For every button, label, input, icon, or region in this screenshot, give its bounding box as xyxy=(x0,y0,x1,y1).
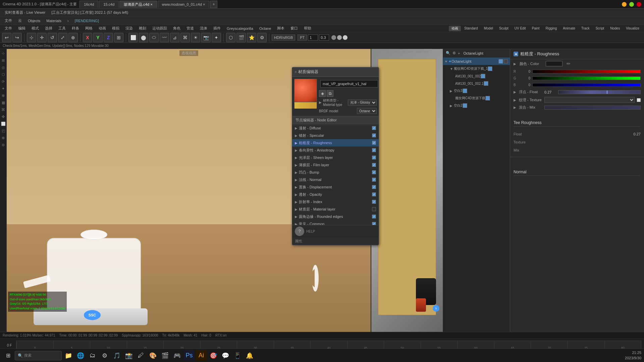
tab-modown[interactable]: www.modown_0_01.c4d × xyxy=(158,1,210,8)
scale-tool[interactable]: ⤢ xyxy=(58,33,67,42)
tab-nodes[interactable]: Nodes xyxy=(607,26,623,31)
channel-material-layer[interactable]: ▶ 材质层 - Material layer xyxy=(292,205,379,213)
vert-icon-8[interactable]: ▦ xyxy=(0,100,6,106)
vert-icon-11[interactable]: ⬜ xyxy=(0,121,6,127)
outline-item-am1[interactable]: AM130_001_002 xyxy=(443,72,510,80)
primitive-cylinder[interactable]: ⬭ xyxy=(149,33,159,42)
vert-icon-5[interactable]: ⟳ xyxy=(0,78,6,84)
menu-tools[interactable]: 工具 xyxy=(56,25,68,32)
taskbar-media[interactable]: 🎬 xyxy=(160,350,170,361)
view-mode[interactable]: ⬡ xyxy=(226,33,235,42)
undo-button[interactable]: ↩ xyxy=(2,33,11,42)
move-tool[interactable]: ✛ xyxy=(37,33,47,42)
menu-sim[interactable]: 模拟 xyxy=(109,25,122,32)
channel-specular-check[interactable]: ✓ xyxy=(372,133,376,137)
menu-char[interactable]: 角色 xyxy=(170,25,183,32)
float-slider[interactable] xyxy=(558,90,641,94)
nurbs-tool[interactable]: ⊿ xyxy=(170,33,179,42)
channel-diffuse[interactable]: ▶ 漫射 - Diffuse ✓ xyxy=(292,124,379,132)
channel-bump-check[interactable]: ✓ xyxy=(372,170,376,174)
menu-mesh[interactable]: 网格 xyxy=(83,25,95,32)
menu-octane[interactable]: Octane xyxy=(257,26,274,31)
menu-create[interactable]: 文件 xyxy=(2,25,15,32)
taskbar-extra1[interactable]: 🎯 xyxy=(208,350,219,361)
channel-matlayer-check[interactable] xyxy=(372,207,376,211)
render-settings[interactable]: ⚙ xyxy=(257,33,267,42)
close-button[interactable] xyxy=(637,2,641,7)
channel-opacity-check[interactable]: ✓ xyxy=(372,192,376,196)
vert-icon-2[interactable]: ⊞ xyxy=(0,57,6,63)
menu-motion[interactable]: 运动跟踪 xyxy=(150,25,170,32)
axis-z[interactable]: Z xyxy=(104,33,113,42)
tab-track[interactable]: Track xyxy=(579,26,592,31)
channel-diffuse-check[interactable]: ✓ xyxy=(372,126,376,130)
channel-normal-check[interactable]: ✓ xyxy=(372,178,376,182)
node-editor-button[interactable]: 节点编辑器 - Node Editor xyxy=(292,116,379,124)
channel-anisotropy[interactable]: ▶ 各向异性 - Anisotropy ✓ xyxy=(292,146,379,154)
mat-copy-btn[interactable]: ⧉ xyxy=(327,90,333,97)
transform-tool[interactable]: ⊕ xyxy=(68,33,78,42)
taskbar-explorer[interactable]: 📁 xyxy=(63,350,74,361)
tab-glass-tea[interactable]: 玻璃茶产品.c4d × xyxy=(119,1,157,8)
tab-add-button[interactable]: + xyxy=(210,1,217,8)
menu-materials[interactable]: Materials xyxy=(44,18,64,23)
taskbar-extra4[interactable]: 🔔 xyxy=(244,350,255,361)
menu-render[interactable]: 渲染 xyxy=(123,25,136,32)
taskbar-files[interactable]: 🗂 xyxy=(87,350,98,361)
outline-vis-magic1[interactable] xyxy=(488,66,492,71)
channel-roughness[interactable]: ▶ 粗糙度 - Roughness ✓ xyxy=(292,139,379,146)
r-slider[interactable] xyxy=(532,70,641,73)
menu-fluid[interactable]: 流体 xyxy=(197,25,210,32)
taskbar-extra3[interactable]: 📱 xyxy=(232,350,243,361)
menu-sculpt[interactable]: 雕刻 xyxy=(136,25,149,32)
channel-anisotropy-check[interactable]: ✓ xyxy=(372,148,376,152)
channel-rounded-check[interactable]: ✓ xyxy=(372,215,376,219)
outline-lock-octane[interactable] xyxy=(504,59,508,63)
maximize-button[interactable] xyxy=(629,2,634,7)
tab-15c4d[interactable]: 15.c4d xyxy=(99,1,119,8)
start-button[interactable]: ⊞ xyxy=(3,350,13,361)
tab-animate2[interactable]: Animate xyxy=(560,26,578,31)
taskbar-settings[interactable]: ⚙ xyxy=(99,350,110,361)
float-expand-arrow[interactable]: ▶ xyxy=(514,90,516,94)
menu-mode[interactable]: 模式 xyxy=(29,25,42,32)
vert-icon-9[interactable]: ⌘ xyxy=(0,107,6,113)
tab-script[interactable]: Script xyxy=(593,26,607,31)
texture-icon[interactable]: ⬜ xyxy=(637,98,641,102)
outline-item-octane[interactable]: ▼ ✦ OctaneLight xyxy=(443,58,510,65)
color-picker-icon[interactable]: ✏ xyxy=(567,61,571,66)
outline-item-am2[interactable]: AM130_001_002.1 xyxy=(443,80,510,87)
render-full[interactable]: ⭐ xyxy=(247,33,256,42)
channel-opacity[interactable]: ▶ 透射 - Opacity ✓ xyxy=(292,191,379,198)
camera-type-dropdown[interactable]: PT xyxy=(298,35,307,41)
channel-sheen-check[interactable]: ✓ xyxy=(372,156,376,160)
tab-visualize[interactable]: Visualize xyxy=(623,26,642,31)
gamma-value[interactable]: 0.3 xyxy=(319,35,329,41)
menu-edit[interactable]: [工台工作室汉化] [工作室] 2022.1 (57 days left) xyxy=(49,9,131,16)
taskbar-extra2[interactable]: 💬 xyxy=(220,350,231,361)
channel-common[interactable]: ▶ 常见 - Common ✓ xyxy=(292,220,379,225)
color-preview-swatch[interactable] xyxy=(546,61,562,66)
spline-tool[interactable]: 〰 xyxy=(160,33,169,42)
taskbar-game[interactable]: 🎮 xyxy=(172,350,182,361)
vert-icon-10[interactable]: ✜ xyxy=(0,114,6,120)
exposure-value[interactable]: 1 xyxy=(308,35,318,41)
mat-editor-menu-icon[interactable]: ≡ xyxy=(295,70,297,74)
axis-x[interactable]: X xyxy=(83,33,92,42)
vert-icon-7[interactable]: ⊕ xyxy=(0,93,6,99)
mat-brdf-select[interactable]: Octane xyxy=(357,108,377,114)
light-tool[interactable]: ☀ xyxy=(191,33,200,42)
b-slider[interactable] xyxy=(532,83,641,87)
minimize-button[interactable] xyxy=(622,2,627,7)
mix-expand-arrow[interactable]: ▶ xyxy=(514,106,516,109)
channel-index[interactable]: ▶ 折射率 - Index ✓ xyxy=(292,198,379,205)
primitive-cube[interactable]: ⬜ xyxy=(128,33,138,42)
taskbar-pen[interactable]: 🖊 xyxy=(136,350,146,361)
vert-icon-14[interactable]: ⊜ xyxy=(0,142,6,148)
menu-help[interactable]: 帮助 xyxy=(301,25,314,32)
primitive-sphere[interactable]: ⬤ xyxy=(139,33,148,42)
vert-icon-13[interactable]: ⊗ xyxy=(0,135,6,141)
channel-bump[interactable]: ▶ 凹凸 - Bump ✓ xyxy=(292,169,379,176)
redo-button[interactable]: ↪ xyxy=(12,33,22,42)
tab-uv-edit[interactable]: UV Edit xyxy=(512,26,529,31)
